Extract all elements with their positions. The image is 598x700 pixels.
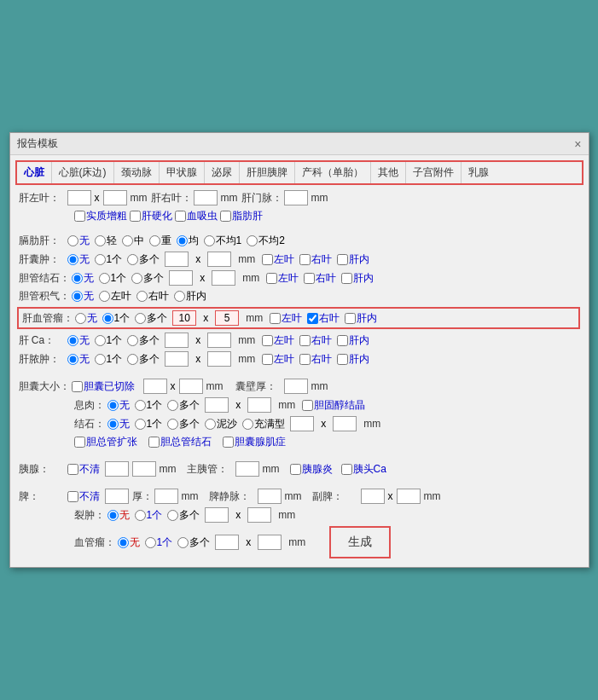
abscess-y-input[interactable] <box>207 351 231 367</box>
polyp-many-item[interactable]: 多个 <box>167 398 200 413</box>
bile-stone-left-check[interactable] <box>266 273 277 284</box>
bile-stone-none-radio[interactable] <box>72 273 83 284</box>
bile-stone-x-input[interactable] <box>169 270 193 286</box>
cyst-right-checkbox[interactable]: 右叶 <box>299 252 332 267</box>
cholesterol-check[interactable] <box>302 400 313 411</box>
abscess-many-radio[interactable] <box>127 354 138 365</box>
cyst-x-input[interactable] <box>165 252 189 267</box>
liver-ca-one-item[interactable]: 1个 <box>95 333 123 348</box>
polyp-none-item[interactable]: 无 <box>107 398 130 413</box>
bile-stone-one-item[interactable]: 1个 <box>99 271 127 286</box>
spleen-cyst-one-radio[interactable] <box>135 510 146 521</box>
liver-parasite-checkbox[interactable]: 血吸虫 <box>175 209 218 223</box>
abscess-x-input[interactable] <box>165 351 189 367</box>
gallbladder-removed-check[interactable] <box>72 381 83 392</box>
liver-fat-checkbox[interactable]: 脂肪肝 <box>220 209 263 223</box>
tab-urinary[interactable]: 泌尿 <box>205 162 240 183</box>
polyp-one-item[interactable]: 1个 <box>135 398 163 413</box>
pancreas-x-input[interactable] <box>105 461 129 477</box>
duct-expand-check[interactable] <box>74 437 85 448</box>
hemangioma-y-input[interactable] <box>215 310 239 326</box>
polyp-y-input[interactable] <box>247 397 271 413</box>
tab-breast[interactable]: 乳腺 <box>462 162 496 183</box>
stone-full-radio[interactable] <box>242 419 253 430</box>
pancreatitis-checkbox[interactable]: 胰腺炎 <box>290 462 333 477</box>
sub-spleen-x-input[interactable] <box>361 489 385 504</box>
tab-uterus[interactable]: 子宫附件 <box>406 162 462 183</box>
liver-ca-y-input[interactable] <box>207 333 231 348</box>
echo-uneven1-radio[interactable] <box>204 235 215 246</box>
spleen-hema-none-item[interactable]: 无 <box>118 535 140 550</box>
cyst-right-check[interactable] <box>299 254 311 265</box>
stone-y-input[interactable] <box>333 416 357 431</box>
tab-thyroid[interactable]: 甲状腺 <box>160 162 205 183</box>
gallbladder-removed-checkbox[interactable]: 胆囊已切除 <box>72 379 135 394</box>
liver-parasite-check[interactable] <box>175 211 186 222</box>
pancreas-head-ca-check[interactable] <box>341 464 352 475</box>
bile-stone-many-radio[interactable] <box>131 273 142 284</box>
spleen-cyst-y-input[interactable] <box>247 507 271 523</box>
hemangioma-one-radio[interactable] <box>102 313 113 324</box>
bile-gas-inner-item[interactable]: 肝内 <box>174 289 206 304</box>
gallbladder-adenomyosis-checkbox[interactable]: 胆囊腺肌症 <box>223 435 286 449</box>
liver-left-y-input[interactable] <box>103 190 127 205</box>
liver-ca-inner-checkbox[interactable]: 肝内 <box>337 333 369 348</box>
spleen-hema-many-radio[interactable] <box>177 537 189 548</box>
tab-liver[interactable]: 肝胆胰脾 <box>240 162 295 183</box>
bile-stone-many-item[interactable]: 多个 <box>131 271 164 286</box>
bile-stone-y-input[interactable] <box>212 270 235 286</box>
liver-cirrhosis-checkbox[interactable]: 肝硬化 <box>130 209 172 223</box>
bile-stone-left-checkbox[interactable]: 左叶 <box>266 271 299 286</box>
liver-ca-many-item[interactable]: 多个 <box>127 333 160 348</box>
spleen-unclear-checkbox[interactable]: 不清 <box>67 489 100 504</box>
cyst-one-radio[interactable] <box>95 254 106 265</box>
stone-x-input[interactable] <box>290 416 314 431</box>
liver-ca-many-radio[interactable] <box>127 335 138 346</box>
spleen-hema-one-radio[interactable] <box>145 537 156 548</box>
echo-even-item[interactable]: 均 <box>177 234 199 248</box>
bile-gas-none-radio[interactable] <box>72 291 83 302</box>
spleen-hema-y-input[interactable] <box>258 535 282 550</box>
stone-none-item[interactable]: 无 <box>107 417 130 431</box>
abscess-right-checkbox[interactable]: 右叶 <box>299 352 332 367</box>
echo-heavy-item[interactable]: 重 <box>149 234 171 248</box>
liver-fat-check[interactable] <box>220 211 231 222</box>
gallbladder-adenomyosis-check[interactable] <box>223 437 234 448</box>
main-duct-input[interactable] <box>235 461 259 477</box>
liver-ca-none-item[interactable]: 无 <box>67 333 90 348</box>
abscess-right-check[interactable] <box>299 354 311 365</box>
liver-ca-x-input[interactable] <box>165 333 189 348</box>
spleen-thickness-input[interactable] <box>154 489 178 504</box>
duct-stone-checkbox[interactable]: 胆总管结石 <box>148 435 212 449</box>
polyp-one-radio[interactable] <box>135 400 146 411</box>
liver-ca-left-check[interactable] <box>262 335 273 346</box>
tab-heart-side[interactable]: 心脏(床边) <box>52 162 114 183</box>
tab-carotid[interactable]: 颈动脉 <box>114 162 160 183</box>
echo-light-radio[interactable] <box>95 235 106 246</box>
bile-gas-right-item[interactable]: 右叶 <box>136 289 169 304</box>
close-button[interactable]: × <box>574 137 581 151</box>
hemangioma-inner-check[interactable] <box>345 313 356 324</box>
gallbladder-x-input[interactable] <box>143 379 167 394</box>
bile-stone-inner-check[interactable] <box>341 273 352 284</box>
spleen-hema-many-item[interactable]: 多个 <box>177 535 210 550</box>
echo-heavy-radio[interactable] <box>149 235 160 246</box>
cyst-left-checkbox[interactable]: 左叶 <box>262 252 294 267</box>
hemangioma-left-checkbox[interactable]: 左叶 <box>270 311 302 326</box>
abscess-inner-checkbox[interactable]: 肝内 <box>337 352 369 367</box>
liver-ca-right-checkbox[interactable]: 右叶 <box>299 333 332 348</box>
echo-uneven1-item[interactable]: 不均1 <box>204 234 242 248</box>
cyst-many-radio[interactable] <box>127 254 138 265</box>
liver-right-x-input[interactable] <box>194 190 218 205</box>
duct-expand-checkbox[interactable]: 胆总管扩张 <box>74 435 137 449</box>
pancreas-head-ca-checkbox[interactable]: 胰头Ca <box>341 462 386 477</box>
bile-gas-inner-radio[interactable] <box>174 291 185 302</box>
stone-mud-item[interactable]: 泥沙 <box>205 417 237 431</box>
duct-stone-check[interactable] <box>148 437 160 448</box>
spleen-cyst-many-radio[interactable] <box>167 510 178 521</box>
echo-uneven2-radio[interactable] <box>247 235 258 246</box>
tab-obstetrics[interactable]: 产科（单胎） <box>295 162 371 183</box>
liver-cirrhosis-check[interactable] <box>130 211 141 222</box>
liver-texture-check[interactable] <box>74 211 85 222</box>
hemangioma-many-item[interactable]: 多个 <box>135 311 167 326</box>
